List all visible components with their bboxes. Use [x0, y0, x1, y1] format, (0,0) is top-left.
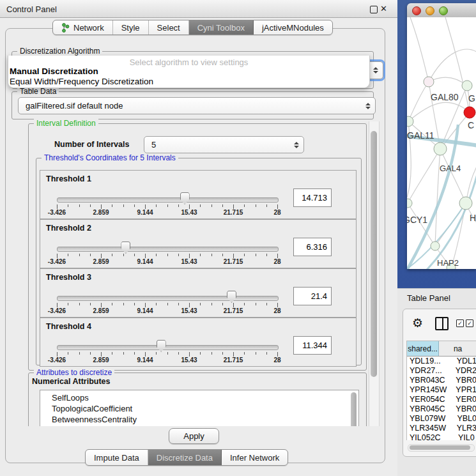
column-header-1[interactable]: shared... — [407, 341, 439, 356]
network-node[interactable] — [407, 199, 412, 208]
popup-option-equal-width-frequency-discretization[interactable]: Equal Width/Frequency Discretization — [10, 77, 153, 86]
table-horizontal-scrollbar[interactable] — [408, 444, 475, 452]
slider-tick — [79, 352, 80, 355]
panel-title: Control Panel — [6, 4, 57, 14]
attribute-list-items: SelfLoopsTopologicalCoefficientBetweenne… — [40, 390, 358, 425]
column-header-2[interactable]: na — [439, 341, 476, 356]
slider-tick — [123, 303, 124, 305]
slider-tick — [101, 303, 102, 307]
slider-thumb[interactable] — [121, 242, 130, 254]
slider-tick — [189, 254, 190, 258]
tab-network[interactable]: Network — [53, 20, 113, 35]
slider-tick — [233, 254, 234, 258]
slider-tick — [145, 204, 146, 209]
tick-label: 15.43 — [181, 209, 197, 216]
threshold-value-field[interactable]: 11.344 — [293, 336, 332, 355]
node-table[interactable]: shared...na YDL19...YDL1YDR27...YDR2YBR0… — [406, 341, 476, 440]
network-canvas[interactable]: GAL80GCGAL11GAL4GCY1HHAP2 — [407, 17, 476, 269]
tab-impute-data[interactable]: Impute Data — [86, 450, 148, 465]
settings-scrollbar[interactable] — [369, 121, 380, 426]
close-icon[interactable]: ✕ — [380, 4, 387, 13]
slider-thumb[interactable] — [180, 192, 190, 204]
threshold-value-field[interactable]: 21.4 — [293, 287, 332, 305]
network-node[interactable] — [459, 197, 472, 210]
table-cell: YBR045C — [407, 404, 453, 414]
table-row[interactable]: YLR345WYLR3 — [407, 424, 476, 433]
tab-label: Style — [121, 23, 140, 33]
table-cell: YBL0 — [454, 414, 476, 424]
table-hscroll-thumb[interactable] — [410, 445, 470, 450]
table-header-row: shared...na — [407, 341, 476, 357]
table-row[interactable]: YDR27...YDR2 — [407, 366, 476, 376]
tick-label: -3.426 — [48, 307, 66, 314]
slider-tick — [277, 352, 278, 357]
slider-tick — [57, 352, 58, 357]
table-row[interactable]: YBR043CYBR0 — [407, 376, 476, 385]
network-edge — [429, 49, 476, 82]
network-window-titlebar[interactable] — [407, 3, 476, 18]
table-row[interactable]: YBL079WYBL0 — [407, 414, 476, 424]
table-data-combobox[interactable]: galFiltered.sif default node — [18, 97, 376, 114]
tab-infer-network[interactable]: Infer Network — [222, 450, 288, 465]
float-window-icon[interactable] — [370, 6, 378, 13]
network-node[interactable] — [462, 81, 472, 91]
close-traffic-light[interactable] — [412, 6, 421, 15]
table-cell: YDR27... — [407, 366, 453, 376]
tab-select[interactable]: Select — [149, 20, 189, 35]
gear-icon[interactable]: ⚙ — [412, 316, 423, 330]
slider-tick — [90, 204, 91, 207]
network-node[interactable] — [431, 242, 440, 250]
table-row[interactable]: YIL052CYIL0 — [407, 433, 476, 440]
attribute-item-selfloops[interactable]: SelfLoops — [40, 392, 358, 403]
settings-scrollbar-thumb[interactable] — [371, 131, 377, 377]
threshold-slider[interactable] — [57, 345, 279, 350]
threshold-box-1: Threshold 1-3.4262.8599.14415.4321.71528… — [40, 170, 357, 219]
attribute-item-betweennesscentrality[interactable]: BetweennessCentrality — [40, 414, 358, 425]
table-row[interactable]: YER054CYER0 — [407, 395, 476, 404]
tick-label: 21.715 — [224, 209, 243, 216]
table-data-combo-value: galFiltered.sif default node — [26, 101, 123, 111]
tab-cyni-toolbox[interactable]: Cyni Toolbox — [189, 20, 254, 35]
table-row[interactable]: YDL19...YDL1 — [407, 357, 476, 366]
zoom-traffic-light[interactable] — [439, 6, 448, 15]
slider-tick — [266, 352, 267, 355]
tick-label: 9.144 — [137, 209, 153, 216]
slider-thumb[interactable] — [227, 291, 236, 303]
tab-style[interactable]: Style — [113, 20, 149, 35]
network-node[interactable] — [464, 107, 475, 118]
popup-option-manual-discretization[interactable]: Manual Discretization — [10, 66, 98, 76]
checkbox-icon[interactable]: ✓ — [466, 319, 473, 327]
apply-button[interactable]: Apply — [169, 428, 219, 444]
threshold-label: Threshold 1 — [46, 174, 91, 183]
table-row[interactable]: YPR145WYPR1 — [407, 385, 476, 395]
top-tab-bar: NetworkStyleSelectCyni ToolboxjActiveMNo… — [52, 20, 333, 35]
number-of-intervals-combobox[interactable]: 5 — [144, 136, 304, 153]
tab-jactivemnodules[interactable]: jActiveMNodules — [254, 20, 332, 35]
node-label: G — [468, 93, 475, 104]
node-label: GCY1 — [407, 215, 427, 225]
table-row[interactable]: YBR045CYBR0 — [407, 404, 476, 414]
threshold-slider[interactable] — [57, 247, 279, 252]
slider-thumb[interactable] — [157, 340, 166, 352]
minimize-traffic-light[interactable] — [426, 6, 434, 15]
threshold-label: Threshold 4 — [46, 322, 91, 331]
network-node[interactable] — [434, 142, 447, 155]
threshold-value-field[interactable]: 6.316 — [293, 238, 332, 256]
network-node[interactable] — [424, 77, 434, 87]
threshold-slider[interactable] — [57, 296, 279, 301]
tick-label: 2.859 — [93, 357, 109, 364]
threshold-slider[interactable] — [57, 197, 279, 203]
tick-label: 9.144 — [137, 307, 153, 314]
table-cell: YLR3 — [454, 424, 476, 433]
split-columns-icon[interactable] — [435, 317, 449, 330]
checkbox-icon[interactable]: ✓ — [456, 319, 464, 327]
threshold-value-field[interactable]: 14.713 — [293, 188, 332, 207]
bottom-tab-bar: Impute DataDiscretize DataInfer Network — [85, 449, 288, 466]
slider-tick — [167, 254, 168, 256]
list-scrollbar[interactable] — [351, 392, 357, 426]
attribute-item-topologicalcoefficient[interactable]: TopologicalCoefficient — [40, 403, 358, 414]
slider-tick — [277, 254, 278, 258]
control-panel-titlebar — [0, 0, 397, 18]
tab-discretize-data[interactable]: Discretize Data — [148, 450, 222, 465]
numerical-attributes-list[interactable]: SelfLoopsTopologicalCoefficientBetweenne… — [40, 390, 359, 426]
